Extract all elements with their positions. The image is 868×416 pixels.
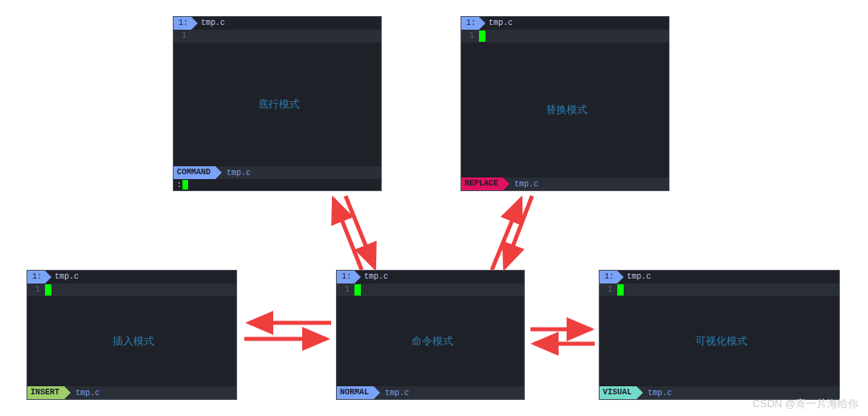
mode-description-label: 替换模式	[546, 103, 588, 117]
line-number: 1	[337, 283, 354, 296]
arrow-replace-to-normal	[505, 196, 532, 267]
status-bar: COMMAND tmp.c	[174, 166, 381, 179]
tab-filename: tmp.c	[191, 17, 230, 30]
tab-number: 1:	[600, 271, 617, 283]
mode-description-label: 底行模式	[258, 97, 300, 112]
tab-bar: 1: tmp.c	[174, 17, 381, 30]
mode-badge: NORMAL	[337, 386, 374, 399]
mode-badge: VISUAL	[600, 386, 637, 399]
line-number: 1	[600, 283, 617, 296]
cursor-icon	[354, 284, 361, 296]
tab-filename: tmp.c	[45, 271, 84, 283]
mode-description-label: 命令模式	[411, 334, 453, 349]
command-prefix: :	[177, 181, 182, 190]
line-number: 1	[27, 283, 45, 296]
arrow-normal-to-command	[334, 199, 362, 270]
vim-window-visual: 1: tmp.c 1 可视化模式 VISUAL tmp.c	[599, 270, 840, 400]
mode-badge: COMMAND	[174, 166, 215, 179]
vim-window-replace: 1: tmp.c 1 替换模式 REPLACE tmp.c	[461, 16, 669, 191]
line-number: 1	[174, 30, 191, 43]
tab-number: 1:	[337, 271, 354, 283]
tab-bar: 1: tmp.c	[600, 271, 839, 283]
tab-bar: 1: tmp.c	[337, 271, 524, 283]
tab-bar: 1: tmp.c	[461, 17, 669, 30]
vim-window-command: 1: tmp.c 1 底行模式 COMMAND tmp.c :	[173, 16, 382, 191]
tab-bar: 1: tmp.c	[27, 271, 236, 283]
status-bar: NORMAL tmp.c	[337, 386, 524, 399]
cursor-icon	[45, 284, 51, 296]
cursor-icon	[182, 180, 188, 190]
watermark: CSDN @寄一片海给你	[752, 397, 858, 411]
tab-number: 1:	[174, 17, 191, 30]
arrow-command-to-normal	[346, 196, 375, 267]
tab-filename: tmp.c	[354, 271, 393, 283]
status-bar: REPLACE tmp.c	[461, 177, 669, 190]
cursor-icon	[617, 284, 624, 296]
vim-window-normal: 1: tmp.c 1 命令模式 NORMAL tmp.c	[336, 270, 525, 400]
arrow-normal-to-replace	[492, 199, 521, 270]
command-line: :	[174, 179, 381, 190]
tab-number: 1:	[461, 17, 479, 30]
mode-description-label: 可视化模式	[695, 334, 747, 349]
mode-description-label: 插入模式	[113, 334, 154, 349]
mode-badge: REPLACE	[461, 177, 503, 190]
tab-number: 1:	[27, 271, 45, 283]
vim-window-insert: 1: tmp.c 1 插入模式 INSERT tmp.c	[27, 270, 237, 400]
cursor-icon	[479, 31, 485, 42]
tab-filename: tmp.c	[479, 17, 518, 30]
tab-filename: tmp.c	[617, 271, 656, 283]
status-bar: INSERT tmp.c	[27, 386, 236, 399]
mode-badge: INSERT	[27, 386, 64, 399]
line-number: 1	[461, 30, 479, 43]
